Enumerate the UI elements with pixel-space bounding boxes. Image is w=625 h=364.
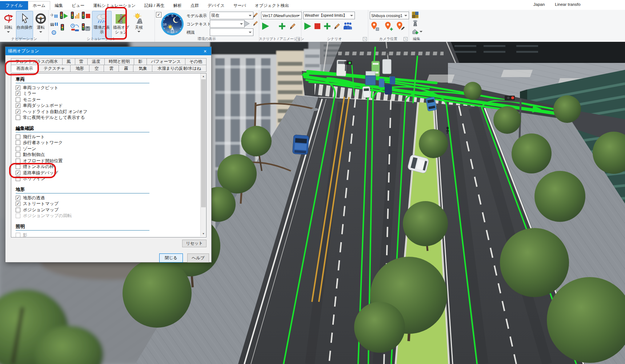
rotate-dropdown-arrow[interactable] <box>7 31 10 33</box>
dialog-tab[interactable]: 温度 <box>87 58 104 65</box>
context-edit-pencil-icon[interactable] <box>252 20 259 27</box>
checkbox[interactable] <box>16 115 20 120</box>
edit-model-dropdown-arrow[interactable] <box>420 31 422 32</box>
camera-save-pin-icon[interactable] <box>370 21 380 31</box>
checkbox[interactable] <box>16 135 20 139</box>
menu-tab-0[interactable]: ファイル <box>0 1 28 10</box>
scroll-thumb[interactable] <box>201 79 206 207</box>
script-add-icon[interactable] <box>278 21 287 31</box>
menu-tab-4[interactable]: 運転シミュレーション <box>89 1 140 10</box>
help-button[interactable]: ヘルプ <box>187 253 209 263</box>
close-icon[interactable]: × <box>199 47 211 55</box>
menu-tab-5[interactable]: 記録 / 再生 <box>140 1 169 10</box>
checkbox[interactable]: ✓ <box>16 171 20 175</box>
scenario-add-icon[interactable] <box>323 21 332 31</box>
drive-button[interactable]: 運転 <box>33 11 48 39</box>
checkbox[interactable] <box>16 97 20 102</box>
script-edit-pencil-icon[interactable] <box>289 21 297 31</box>
menu-tab-7[interactable]: 点群 <box>186 1 203 10</box>
script-expand-icon[interactable]: ↘ <box>296 37 300 41</box>
scenario-stop-icon[interactable] <box>313 22 321 30</box>
scroll-down-icon[interactable]: ▼ <box>201 231 206 236</box>
dialog-tab[interactable]: 影 <box>134 58 147 65</box>
scrollbar[interactable]: ▲ ▼ <box>200 73 206 236</box>
model-edit-pencil-icon[interactable] <box>252 11 259 19</box>
camera-add-pin-icon[interactable] <box>384 21 393 31</box>
draw-options-button[interactable]: 描画オプション <box>112 11 130 39</box>
menu-tab-10[interactable]: オブジェクト検出 <box>251 1 293 10</box>
pedestrian-group-icon[interactable] <box>342 21 353 31</box>
environment-display-button[interactable]: 環境の表示 <box>92 11 112 39</box>
scenario-play-icon[interactable] <box>303 21 312 31</box>
weather-dropdown-arrow[interactable] <box>137 31 140 32</box>
signal-small-icon[interactable] <box>59 23 69 32</box>
checkbox[interactable] <box>16 208 20 212</box>
traffic-timer-icon[interactable] <box>70 23 80 32</box>
checkbox[interactable] <box>16 140 20 145</box>
gear-icon[interactable]: ⚙ <box>50 29 58 37</box>
script-select[interactable]: Ver17.0NewFunction <box>261 12 302 19</box>
scenario-select[interactable]: Weather【speed limits】 <box>303 12 355 19</box>
menu-tab-1[interactable]: ホーム <box>28 1 50 10</box>
scenario-expand-icon[interactable]: ↘ <box>363 37 367 41</box>
edit-model-add-icon[interactable] <box>412 28 419 35</box>
checkbox[interactable]: ✓ <box>16 109 20 114</box>
menu-tab-9[interactable]: サーバ <box>229 1 251 10</box>
dialog-tab[interactable]: その他 <box>185 58 207 65</box>
time-clock-icon[interactable]: 0 6 12 18 <box>160 12 184 36</box>
context-play-icon[interactable] <box>243 20 251 28</box>
menu-tab-2[interactable]: 編集 <box>50 1 67 10</box>
signal-phase-icon[interactable] <box>70 11 80 21</box>
weather-button[interactable]: 天候 <box>131 11 147 39</box>
dialog-tab[interactable]: 風 <box>62 58 75 65</box>
checkbox[interactable] <box>16 176 20 181</box>
dialog-tab[interactable]: 時間と照明 <box>104 58 134 65</box>
menu-tab-8[interactable]: デバイス <box>203 1 229 10</box>
sign-select[interactable] <box>210 28 253 36</box>
checkbox[interactable] <box>16 159 20 163</box>
checkbox[interactable]: ✓ <box>16 85 20 90</box>
checkbox[interactable]: ✓ <box>16 201 20 206</box>
edit-texture-icon[interactable] <box>412 11 419 19</box>
reset-button[interactable]: リセット <box>182 240 207 247</box>
signal-save-icon[interactable] <box>81 23 91 32</box>
dialog-tab[interactable]: 雲 <box>104 65 119 72</box>
dialog-tab[interactable]: 水溜まりの反射/水はね <box>152 65 207 72</box>
vehicle-pause-icon[interactable] <box>50 20 58 28</box>
checkbox[interactable] <box>16 147 20 151</box>
model-display-select[interactable]: 現在 <box>210 12 253 19</box>
checkbox[interactable] <box>16 233 20 237</box>
checkbox[interactable] <box>16 164 20 169</box>
edit-road-icon[interactable] <box>412 20 419 27</box>
script-play-icon[interactable] <box>261 21 270 31</box>
dialog-tab[interactable]: 画面表示 <box>11 65 39 72</box>
dialog-tab[interactable]: 雷 <box>75 58 88 65</box>
camera-expand-icon[interactable]: ↘ <box>404 37 408 41</box>
signal-stop-icon[interactable] <box>81 11 91 21</box>
camera-position-select[interactable]: Shibuya crossing1 <box>370 12 409 19</box>
flight-pause-icon[interactable]: ✈ <box>50 11 58 19</box>
checkbox[interactable] <box>16 152 20 157</box>
menu-tab-3[interactable]: ビュー <box>67 1 89 10</box>
dialog-title-bar[interactable]: 描画オプション × <box>5 47 211 55</box>
drive-dropdown-arrow[interactable] <box>39 31 42 33</box>
checkbox[interactable]: ✓ <box>16 103 20 108</box>
dialog-tab[interactable]: 空 <box>89 65 104 72</box>
dialog-tab[interactable]: 地形 <box>70 65 89 72</box>
scroll-up-icon[interactable]: ▲ <box>201 73 206 79</box>
context-select[interactable] <box>210 20 245 28</box>
scenario-edit-pencil-icon[interactable] <box>333 21 341 31</box>
dialog-tab[interactable]: 霧 <box>119 65 134 72</box>
rotate-button[interactable]: 回転 <box>1 11 16 39</box>
camera-edit-pin-icon[interactable] <box>396 21 405 31</box>
dialog-tab[interactable]: 気象 <box>133 65 152 72</box>
checkbox[interactable]: ✓ <box>16 91 20 96</box>
checkbox[interactable]: ✓ <box>16 196 20 200</box>
menu-tab-6[interactable]: 解析 <box>169 1 186 10</box>
dialog-tab[interactable]: テクスチャ <box>38 65 71 72</box>
close-button[interactable]: 閉じる <box>159 253 183 263</box>
dialog-tab[interactable]: パフォーマンス <box>147 58 185 65</box>
checkbox[interactable] <box>16 213 20 218</box>
signal-play-icon[interactable] <box>59 11 69 21</box>
dialog-tab[interactable]: フロントガラスの雨水 <box>11 58 63 65</box>
